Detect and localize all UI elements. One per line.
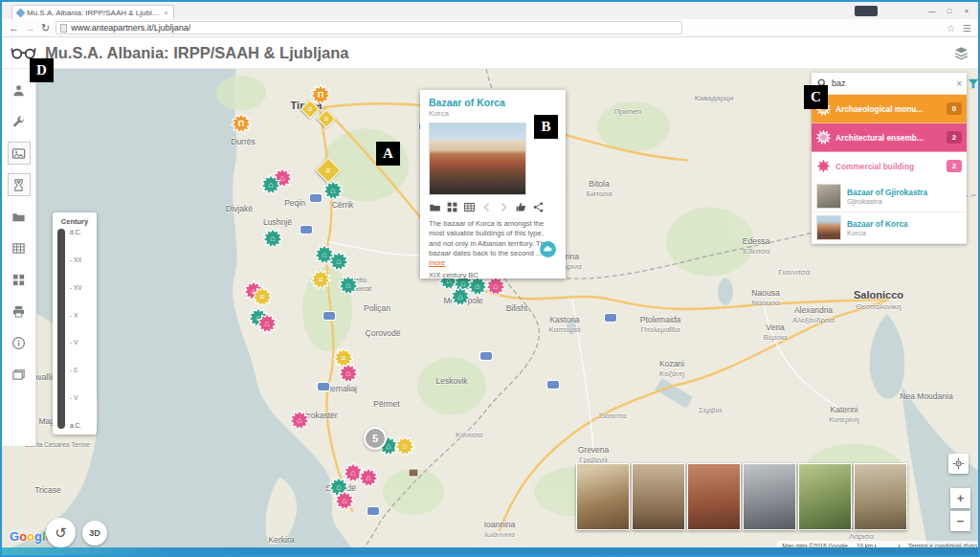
map-marker-pink[interactable]: ⌂ — [289, 410, 310, 431]
close-button[interactable]: × — [958, 5, 975, 16]
locate-button[interactable] — [948, 454, 969, 474]
map-marker-yellow[interactable]: ≡ — [310, 269, 331, 290]
user-button[interactable] — [8, 78, 31, 101]
search-result[interactable]: Bazaar of GjirokastraGjirokastra — [812, 181, 967, 212]
layers-icon[interactable] — [953, 45, 969, 61]
printer-icon — [11, 304, 26, 319]
print-button[interactable] — [8, 300, 31, 323]
zoom-out-button[interactable]: − — [950, 511, 970, 531]
bookmark-star-icon[interactable]: ☆ — [947, 23, 955, 33]
browser-tab[interactable]: Mu.S.A. Albania: IRPP/SAAH & Ljubljana × — [11, 5, 174, 19]
gallery-thumbnail[interactable] — [854, 463, 907, 530]
map-marker-teal[interactable]: ⌂ — [338, 275, 359, 296]
page-icon — [60, 24, 67, 33]
cloud-icon[interactable] — [540, 241, 556, 257]
minimize-button[interactable]: — — [924, 5, 941, 16]
road-shield — [605, 314, 616, 322]
map-marker-pink[interactable]: ⌂ — [358, 467, 379, 488]
refresh-icon[interactable]: ↻ — [41, 23, 50, 33]
timeline-tick: - X — [70, 312, 92, 319]
info-button[interactable] — [8, 331, 31, 354]
media-button[interactable] — [8, 142, 31, 165]
info-icon — [11, 336, 26, 350]
gear-shape — [334, 490, 355, 511]
popup-title[interactable]: Bazaar of Korca — [429, 97, 557, 108]
apps-button[interactable] — [8, 268, 31, 291]
map[interactable]: TiranaDurrësPeqinCërrikLushnjëDivjakëDis… — [2, 69, 980, 551]
map-marker-yellow[interactable]: ≡ — [320, 112, 333, 125]
map-marker-teal[interactable]: ⌂ — [323, 180, 344, 201]
forward-icon[interactable]: → — [25, 23, 35, 33]
map-marker-teal[interactable]: ⌂ — [262, 228, 283, 249]
map-marker-orange[interactable]: Π — [231, 113, 252, 134]
gallery-button[interactable] — [8, 363, 31, 386]
road-shield — [547, 381, 559, 389]
tools-button[interactable] — [8, 110, 31, 133]
arrow-right-button[interactable] — [498, 201, 510, 213]
filter-funnel-icon[interactable] — [967, 77, 980, 90]
map-marker-pink[interactable]: ⌂ — [338, 363, 359, 384]
archive-button[interactable] — [8, 205, 31, 228]
search-panel: × Archaeological monu...0Architectural e… — [812, 73, 967, 244]
table-button[interactable] — [463, 201, 476, 213]
search-input[interactable] — [832, 78, 952, 88]
browser-extension-badge[interactable] — [855, 6, 878, 16]
folder-button[interactable] — [429, 201, 441, 213]
clear-search-icon[interactable]: × — [956, 78, 962, 89]
gear-shape — [289, 410, 310, 431]
photo-gallery — [576, 463, 907, 530]
zoom-in-button[interactable]: + — [950, 488, 970, 508]
search-result[interactable]: Bazaar of KorcaKorca — [812, 212, 967, 244]
map-marker-yellow[interactable]: ≡ — [320, 162, 338, 180]
category-commercial[interactable]: Commercial building2 — [812, 152, 967, 181]
tab-title: Mu.S.A. Albania: IRPP/SAAH & Ljubljana — [27, 9, 161, 17]
era-bottom-label: a.C. — [70, 422, 92, 429]
gear-shape — [310, 269, 331, 290]
category-count-badge: 2 — [947, 131, 962, 144]
gallery-thumbnail[interactable] — [576, 463, 630, 530]
like-button[interactable] — [515, 201, 527, 213]
arrow-left-button[interactable] — [480, 201, 493, 213]
gear-shape — [338, 275, 359, 296]
grid-button[interactable] — [446, 201, 458, 213]
timeline-tick: - 0 — [70, 367, 92, 373]
map-marker-teal[interactable]: ⌂ — [260, 174, 281, 195]
marker-cluster[interactable]: 5 — [364, 427, 387, 450]
popup-photo[interactable] — [429, 123, 526, 195]
table-button[interactable] — [8, 236, 31, 259]
google-logo-letter: o — [27, 529, 34, 544]
category-label: Commercial building — [835, 162, 942, 171]
map-marker-yellow[interactable]: ≡ — [303, 102, 317, 116]
map-marker-teal[interactable]: ⌂ — [328, 251, 349, 272]
timeline-slider[interactable] — [57, 229, 65, 429]
map-marker-yellow[interactable]: ⌂ — [394, 435, 415, 457]
category-archaeological[interactable]: Archaeological monu...0 — [812, 95, 967, 123]
browser-menu-icon[interactable]: ☰ — [963, 23, 971, 33]
gallery-thumbnail[interactable] — [632, 463, 685, 530]
more-link[interactable]: more — [429, 258, 445, 267]
poi-shape — [409, 469, 419, 478]
road-shield — [480, 352, 492, 360]
three-d-button[interactable]: 3D — [82, 521, 107, 546]
reset-view-button[interactable]: ↺ — [46, 518, 76, 547]
tab-close-icon[interactable]: × — [164, 9, 168, 17]
map-marker-teal[interactable]: ⌂ — [450, 286, 471, 307]
category-architectural[interactable]: Architectural ensemb...2 — [812, 123, 967, 152]
gallery-thumbnail[interactable] — [687, 463, 741, 530]
gallery-thumbnail[interactable] — [798, 463, 852, 530]
result-list: Bazaar of GjirokastraGjirokastraBazaar o… — [812, 181, 967, 244]
url-field[interactable]: www.anteapartners.it/Ljubljana/ — [56, 21, 682, 34]
browser-window: Mu.S.A. Albania: IRPP/SAAH & Ljubljana ×… — [0, 0, 980, 557]
map-marker-brown[interactable] — [409, 469, 419, 478]
share-button[interactable] — [532, 201, 545, 213]
gear-shape — [323, 180, 344, 201]
gear-shape — [328, 251, 349, 272]
url-text: www.anteapartners.it/Ljubljana/ — [71, 23, 190, 33]
back-icon[interactable]: ← — [9, 23, 19, 33]
map-marker-pink[interactable]: ⌂ — [334, 490, 355, 511]
map-marker-yellow[interactable]: ≡ — [252, 286, 273, 307]
gallery-thumbnail[interactable] — [743, 463, 796, 530]
maximize-button[interactable]: □ — [941, 5, 958, 16]
history-button[interactable] — [8, 173, 31, 196]
map-marker-pink[interactable]: ⌂ — [256, 313, 278, 334]
